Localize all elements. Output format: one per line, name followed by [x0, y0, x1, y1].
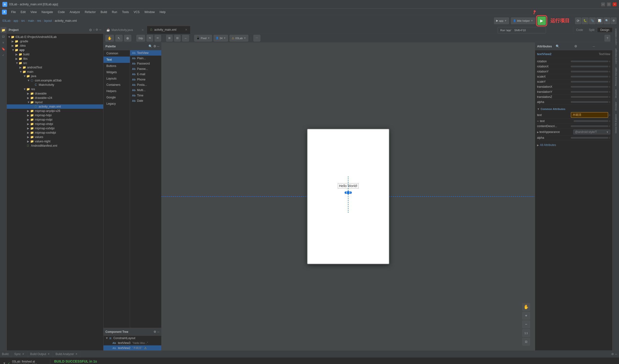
device-selector[interactable]: 👤 little helper ▼	[511, 17, 535, 24]
resource-manager-icon[interactable]: 🗂	[0, 33, 6, 39]
tree-values-night[interactable]: ▶ 📁 values-night	[7, 139, 103, 144]
comp-textview2[interactable]: ▶ Ab textView2 "木碗清" ⚠	[103, 345, 161, 350]
menu-edit[interactable]: Edit	[19, 10, 28, 14]
palette-cat-google[interactable]: Google	[103, 94, 130, 100]
guidelines-button[interactable]: ↔	[182, 35, 189, 42]
menu-help[interactable]: Help	[158, 10, 168, 14]
palette-item-phone[interactable]: Ab Phone	[130, 77, 161, 82]
scaley-reset-icon[interactable]: ≡	[609, 80, 610, 84]
rotationy-reset-icon[interactable]: ≡	[609, 70, 610, 73]
bottom-tab-sync[interactable]: Sync ✕	[11, 351, 27, 357]
palette-item-multi[interactable]: Ab Multi...	[130, 87, 161, 93]
palette-item-email[interactable]: Ab E-mail	[130, 71, 161, 77]
tab-main-activity[interactable]: ☕ MainActivity.java ✕	[103, 26, 147, 34]
palette-item-password[interactable]: Ab Password	[130, 61, 161, 66]
tree-mipmap-anydpi[interactable]: ▶ 📁 mipmap-anydpi-v26	[7, 109, 103, 113]
palette-item-date[interactable]: Ab Date	[130, 98, 161, 103]
project-settings-icon[interactable]: ⚙	[89, 28, 92, 32]
breadcrumb-res[interactable]: res	[37, 19, 41, 23]
pan-button[interactable]: ✋	[105, 35, 114, 42]
tree-android-manifest[interactable]: ▶ 🗋 AndroidManifest.xml	[7, 144, 103, 148]
device-selector-btn[interactable]: 📱 Pixel ▼	[194, 35, 212, 42]
menu-build[interactable]: Build	[99, 10, 109, 14]
palette-cat-containers[interactable]: Containers	[103, 82, 130, 88]
tree-res[interactable]: ▼ 📁 res	[7, 87, 103, 91]
rotationx-reset-icon[interactable]: ≡	[609, 65, 610, 68]
bottom-settings-icon[interactable]: ⚙	[611, 352, 614, 356]
tree-mipmap-xxhdpi[interactable]: ▶ 📁 mipmap-xxhdpi	[7, 126, 103, 130]
translationx-reset-icon[interactable]: ≡	[609, 85, 610, 88]
text-edit-value[interactable]	[574, 120, 608, 122]
palette-cat-legacy[interactable]: Legacy	[103, 100, 130, 107]
magic-button[interactable]: ✏	[155, 35, 161, 42]
tree-package[interactable]: ▼ ⬡ com.example.a03lab	[7, 78, 103, 83]
canvas-zoom-in-btn[interactable]: +	[522, 312, 530, 320]
translationz-value[interactable]	[571, 96, 608, 98]
tree-src[interactable]: ▼ 📁 src	[7, 61, 103, 65]
help-button[interactable]: ?	[605, 35, 610, 42]
rotation-reset-icon[interactable]: ≡	[609, 60, 610, 63]
content-desc-value[interactable]	[571, 126, 608, 127]
palette-item-time[interactable]: Ab Time	[130, 93, 161, 98]
palette-item-plain[interactable]: Ab Plain...	[130, 56, 161, 61]
more-button[interactable]: ⋯	[253, 35, 260, 42]
layout-manager-label[interactable]: Layout Manager	[614, 47, 618, 66]
debug-button[interactable]: 🐛	[582, 17, 589, 24]
profile-button[interactable]: 📊	[596, 17, 603, 24]
bottom-handle[interactable]	[347, 192, 349, 194]
search-button[interactable]: 🔍	[604, 17, 610, 24]
orient-button[interactable]: ⟲	[147, 35, 153, 42]
tree-mipmap-hdpi[interactable]: ▶ 📁 mipmap-hdpi	[7, 113, 103, 117]
maximize-button[interactable]: □	[607, 2, 611, 6]
zoom-button[interactable]: ⊕	[124, 35, 131, 42]
menu-code[interactable]: Code	[56, 10, 67, 14]
translationx-value[interactable]	[571, 86, 608, 87]
tree-build[interactable]: ▶ 📁 build	[7, 52, 103, 56]
palette-cat-helpers[interactable]: Helpers	[103, 88, 130, 94]
menu-analyze[interactable]: Analyze	[68, 10, 82, 14]
tree-activity-main[interactable]: ▶ 🗋 activity_main.xml	[7, 104, 103, 109]
tree-app[interactable]: ▼ 📁 app	[7, 48, 103, 52]
common-section-title[interactable]: ▼ Common Attributes	[537, 107, 610, 112]
selected-textview-box[interactable]	[346, 192, 351, 194]
palette-cat-common[interactable]: Common	[103, 50, 130, 56]
menu-refactor[interactable]: Refactor	[83, 10, 98, 14]
sync-button[interactable]: ⟳	[575, 17, 581, 24]
bottom-tab-build-output[interactable]: Build Output ✕	[27, 351, 53, 357]
palette-item-passw[interactable]: Ab Passw...	[130, 66, 161, 71]
text-value[interactable]: 木碗清	[571, 112, 608, 118]
common-alpha-reset-icon[interactable]: ≡	[609, 136, 610, 140]
palette-cat-text[interactable]: Text	[103, 56, 130, 63]
palette-item-textview[interactable]: Ab TextView	[130, 50, 161, 56]
translationy-value[interactable]	[571, 91, 608, 93]
structure-label[interactable]: Structure	[614, 88, 618, 100]
alpha-value[interactable]	[571, 101, 608, 103]
bottom-minimize-icon[interactable]: ─	[615, 352, 617, 356]
tree-mipmap-xhdpi[interactable]: ▶ 📁 mipmap-xhdpi	[7, 122, 103, 126]
tree-gradle[interactable]: ▶ 📁 .gradle	[7, 39, 103, 43]
palette-minimize-icon[interactable]: ─	[157, 44, 159, 48]
layout-validation-label[interactable]: Layout Validation	[614, 27, 618, 46]
design-view-tab[interactable]: Design	[597, 28, 612, 32]
attr-minimize-icon[interactable]: ─	[593, 44, 610, 48]
constraint-button[interactable]: ⊞	[166, 35, 173, 42]
common-alpha-value[interactable]	[571, 137, 608, 139]
project-gear-icon[interactable]: ⚙	[96, 28, 98, 32]
split-view-tab[interactable]: Split	[586, 28, 597, 32]
tab-xml-close-icon[interactable]: ✕	[185, 28, 187, 31]
build-output-close-icon[interactable]: ✕	[48, 353, 50, 355]
translationz-reset-icon[interactable]: ≡	[609, 95, 610, 98]
menu-navigate[interactable]: Navigate	[40, 10, 55, 14]
settings-button[interactable]: ⚙	[611, 17, 617, 24]
tree-idea[interactable]: ▶ 📁 .idea	[7, 43, 103, 48]
run-button[interactable]: ▶	[537, 16, 546, 25]
palette-item-posta[interactable]: Ab Posta...	[130, 82, 161, 87]
rotationy-value[interactable]	[571, 71, 608, 72]
breadcrumb-project[interactable]: 03Lab	[2, 19, 10, 23]
tree-mipmap-xxxhdpi[interactable]: ▶ 📁 mipmap-xxxhdpi	[7, 130, 103, 135]
project-minimize-icon[interactable]: ─	[99, 28, 101, 32]
rotation-value[interactable]	[571, 61, 608, 62]
emulator-label[interactable]: Emulator	[614, 100, 618, 112]
tree-layout[interactable]: ▼ 📁 layout	[7, 100, 103, 104]
bottom-tab-build-analyzer[interactable]: Build Analyzer ✕	[53, 351, 81, 357]
